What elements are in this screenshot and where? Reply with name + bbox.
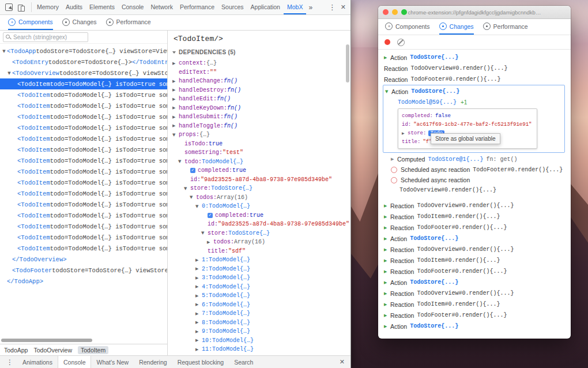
tree-row[interactable]: <TodoEntry todoStore=TodoStore{…}></Todo…	[0, 57, 167, 67]
detail-row[interactable]: ▼store: TodoStore{…}	[172, 184, 350, 193]
expand-arrow-icon[interactable]: ▶	[172, 123, 179, 128]
expand-arrow-icon[interactable]: ▶	[172, 97, 179, 102]
expand-arrow-icon[interactable]: ▶	[172, 79, 179, 84]
object-row[interactable]: id: "ac617f69-1cb2-477e-baf2-fc5213f91e9…	[402, 120, 533, 129]
detail-row[interactable]: id: "9ad23525-a87d-4ba8-9738-97e985d349b…	[172, 220, 350, 229]
tree-row[interactable]: <TodoItem todo=TodoModel{…} isTodo=true …	[0, 188, 167, 199]
detail-row[interactable]: ▶3: TodoModel{…}	[172, 273, 350, 283]
tree-row[interactable]: <TodoItem todo=TodoModel{…} isTodo=true …	[0, 243, 167, 254]
collapse-arrow-icon[interactable]: ▼	[385, 89, 391, 94]
expand-arrow-icon[interactable]: ▶	[384, 247, 390, 252]
popup-titlebar[interactable]: chrome-extension://pfgnfdagidkfgccljgdam…	[378, 6, 571, 19]
reaction-log-row[interactable]: ▶ReactionTodoItem#0.render(){...}	[378, 211, 571, 222]
expand-arrow-icon[interactable]: ▶	[384, 280, 390, 285]
expand-arrow-icon[interactable]: ▶	[172, 61, 179, 66]
tree-row[interactable]: <TodoItem todo=TodoModel{…} isTodo=true …	[0, 122, 167, 133]
expand-arrow-icon[interactable]: ▶	[384, 226, 390, 230]
close-devtools-icon[interactable]: ✕	[341, 3, 346, 11]
expand-arrow-icon[interactable]: ▶	[195, 347, 202, 352]
detail-row[interactable]: ▶7: TodoModel{…}	[172, 309, 350, 318]
action-log-row[interactable]: ▶ActionTodoStore{...}	[378, 233, 571, 244]
drawer-tab-animations[interactable]: Animations	[17, 356, 58, 368]
expand-arrow-icon[interactable]: ▶	[195, 258, 202, 262]
detail-row[interactable]: ▼todos: Array(16)	[172, 193, 350, 202]
detail-row[interactable]: ▶context: {…}	[172, 59, 350, 68]
expand-arrow-icon[interactable]: ▶	[195, 338, 202, 343]
drawer-menu-icon[interactable]: ⋮	[3, 356, 16, 368]
scheduled-reaction-row[interactable]: Scheduled async reaction TodoFooter#0.re…	[378, 164, 571, 175]
expand-arrow-icon[interactable]: ▶	[384, 302, 390, 307]
expand-arrow-icon[interactable]: ▶	[384, 258, 390, 263]
search-input[interactable]	[13, 34, 89, 40]
tree-row[interactable]: <TodoItem todo=TodoModel{…} isTodo=true …	[0, 133, 167, 144]
expand-arrow-icon[interactable]: ▼	[172, 133, 179, 137]
drawer-tab-console[interactable]: Console	[58, 356, 92, 368]
drawer-tab-what-s-new[interactable]: What's New	[91, 356, 134, 368]
close-drawer-icon[interactable]: ✕	[337, 356, 347, 368]
device-toolbar-icon[interactable]	[18, 4, 25, 11]
detail-row[interactable]: ▶10: TodoModel{…}	[172, 336, 350, 346]
drawer-tab-rendering[interactable]: Rendering	[134, 356, 172, 368]
detail-row[interactable]: ▶11: TodoModel{…}	[172, 345, 350, 354]
detail-row[interactable]: ▶2: TodoModel{…}	[172, 265, 350, 274]
main-tab-performance[interactable]: Performance	[176, 0, 218, 14]
expand-arrow-icon[interactable]: ▶	[195, 266, 202, 271]
tree-row[interactable]: <TodoItem todo=TodoModel{…} isTodo=true …	[0, 144, 167, 155]
expand-arrow-icon[interactable]: ▶	[384, 291, 390, 296]
expand-arrow-icon[interactable]: ▶	[195, 320, 202, 325]
devtools-tab-components[interactable]: Components	[8, 15, 53, 30]
tree-row[interactable]: <TodoItem todo=TodoModel{…} isTodo=true …	[0, 89, 167, 100]
expand-arrow-icon[interactable]: ▶	[207, 240, 213, 245]
drawer-tab-request-blocking[interactable]: Request blocking	[172, 356, 229, 368]
detail-row[interactable]: ▶9: TodoModel{…}	[172, 327, 350, 336]
tree-row[interactable]: </TodoApp>	[0, 276, 167, 287]
tree-row[interactable]: </TodoOverview>	[0, 254, 167, 265]
expand-arrow-icon[interactable]: ▼	[6, 71, 12, 76]
detail-row[interactable]: ▶5: TodoModel{…}	[172, 291, 350, 301]
drawer-tab-search[interactable]: Search	[229, 356, 258, 368]
main-tab-audits[interactable]: Audits	[62, 0, 86, 14]
expand-arrow-icon[interactable]: ▶	[195, 276, 202, 280]
tree-row[interactable]: <TodoItem todo=TodoModel{…} isTodo=true …	[0, 111, 167, 122]
clear-log-icon[interactable]	[397, 39, 405, 46]
devtools-tab-performance[interactable]: Performance	[106, 15, 151, 30]
detail-row[interactable]: ▶handleSubmit: fn()	[172, 112, 350, 122]
popup-tab-performance[interactable]: Performance	[483, 19, 528, 35]
detail-row[interactable]: isTodo: true	[172, 140, 350, 149]
detail-row[interactable]: editText: ""	[172, 68, 350, 77]
action-log-row[interactable]: ▶ActionTodoStore{...}	[378, 52, 571, 63]
reaction-log-row[interactable]: ReactionTodoOverview#0.render(){...}	[378, 63, 571, 74]
expand-arrow-icon[interactable]: ▼	[190, 195, 196, 200]
tree-row[interactable]: ▼<TodoOverview todoStore=TodoStore{…} vi…	[0, 67, 167, 78]
tree-row[interactable]: <TodoItem todo=TodoModel{…} isTodo=true …	[0, 210, 167, 221]
detail-row[interactable]: ▼todo: TodoModel{…}	[172, 157, 350, 167]
expand-arrow-icon[interactable]: ▶	[195, 284, 202, 289]
expand-arrow-icon[interactable]: ▶	[384, 55, 390, 60]
tree-row[interactable]: <TodoItem todo=TodoModel{…} isTodo=true …	[0, 177, 167, 188]
scrollbar-thumb[interactable]	[1, 339, 92, 342]
detail-row[interactable]: ▶handleToggle: fn()	[172, 122, 350, 131]
action-log-row[interactable]: ▼ Action TodoStore{...}	[383, 86, 564, 97]
main-tab-mobx[interactable]: MobX	[284, 0, 306, 14]
expand-arrow-icon[interactable]: ▶	[195, 302, 202, 307]
expand-arrow-icon[interactable]: ▼	[1, 49, 7, 54]
detail-row[interactable]: ▼props: {…}	[172, 130, 350, 140]
main-tab-application[interactable]: Application	[247, 0, 284, 14]
tree-row[interactable]: <TodoItem todo=TodoModel{…} isTodo=true …	[0, 100, 167, 111]
expand-arrow-icon[interactable]: ▶	[391, 157, 397, 162]
tree-row[interactable]: ▼<TodoApp todoStore=TodoStore{…} viewSto…	[0, 46, 167, 57]
zoom-traffic-light[interactable]	[401, 9, 407, 15]
model-row[interactable]: TodoModel@59{...} +1	[383, 97, 564, 107]
expanded-action-group[interactable]: ▼ Action TodoStore{...} TodoModel@59{...…	[383, 85, 565, 153]
breadcrumb-item-todooverview[interactable]: TodoOverview	[33, 347, 72, 354]
breadcrumb-item-todoapp[interactable]: TodoApp	[4, 347, 28, 354]
detail-row[interactable]: someString: "test"	[172, 148, 350, 157]
scheduled-reaction-row[interactable]: Scheduled async reaction TodoOverview#0.…	[378, 175, 571, 194]
tree-row[interactable]: <TodoItem todo=TodoModel{…} isTodo=true …	[0, 199, 167, 210]
detail-row[interactable]: ▶4: TodoModel{…}	[172, 283, 350, 292]
tree-row[interactable]: <TodoItem todo=TodoModel{…} isTodo=true …	[0, 155, 167, 166]
record-icon[interactable]	[385, 39, 390, 45]
close-traffic-light[interactable]	[383, 9, 389, 15]
expand-arrow-icon[interactable]: ▶	[195, 294, 202, 298]
reaction-log-row[interactable]: ▶ReactionTodoFooter#0.render(){...}	[378, 222, 571, 233]
